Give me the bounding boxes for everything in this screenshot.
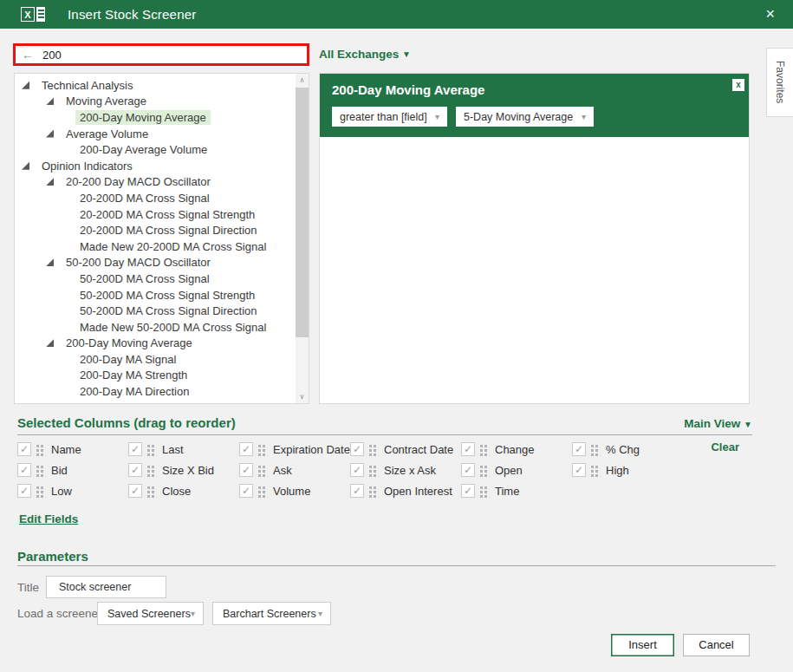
- tree-item[interactable]: 20-200 Day MACD Oscillator: [15, 174, 309, 191]
- tree-item-label: 50-200D MA Cross Signal Direction: [75, 303, 261, 318]
- tree-item-label: 200-Day Moving Average: [62, 336, 197, 350]
- scroll-up-icon[interactable]: ∧: [296, 74, 309, 87]
- tree-item[interactable]: 200-Day MA Signal: [15, 351, 309, 368]
- view-selector-dropdown[interactable]: Main View ▼: [684, 417, 752, 430]
- drag-handle-icon[interactable]: [591, 465, 599, 476]
- tree-expand-icon[interactable]: [22, 82, 29, 89]
- close-icon[interactable]: ×: [765, 4, 775, 23]
- tree-expand-icon[interactable]: [46, 130, 54, 138]
- drag-handle-icon[interactable]: [36, 444, 44, 455]
- tree-item[interactable]: Moving Average: [15, 94, 309, 110]
- drag-handle-icon[interactable]: [369, 486, 377, 497]
- tree-item[interactable]: 200-Day Moving Average: [15, 109, 309, 126]
- tree-item[interactable]: 20-200D MA Cross Signal Direction: [15, 222, 309, 238]
- tree-item[interactable]: 50-200D MA Cross Signal: [15, 271, 309, 287]
- scrollbar-thumb[interactable]: [296, 88, 309, 337]
- column-item: ✓Close: [128, 484, 239, 498]
- barchart-screeners-dropdown[interactable]: Barchart Screeners ▾: [212, 602, 331, 625]
- tree-item[interactable]: 50-200D MA Cross Signal Strength: [15, 287, 309, 303]
- view-selector-label: Main View: [684, 417, 740, 430]
- edit-fields-link[interactable]: Edit Fields: [19, 512, 78, 525]
- search-input[interactable]: [34, 46, 307, 63]
- drag-handle-icon[interactable]: [591, 444, 599, 455]
- column-checkbox[interactable]: ✓: [461, 463, 475, 477]
- tree-item[interactable]: 20-200D MA Cross Signal Strength: [15, 206, 309, 223]
- exchanges-dropdown[interactable]: All Exchanges ▼: [319, 48, 411, 61]
- tree-item[interactable]: Technical Analysis: [15, 77, 309, 94]
- saved-screeners-dropdown[interactable]: Saved Screeners ▾: [97, 602, 204, 625]
- column-checkbox[interactable]: ✓: [350, 484, 364, 498]
- column-checkbox[interactable]: ✓: [461, 442, 475, 456]
- filter-title: 200-Day Moving Average: [332, 82, 737, 97]
- cancel-button[interactable]: Cancel: [683, 634, 750, 656]
- column-item: ✓Open: [461, 463, 572, 477]
- column-checkbox[interactable]: ✓: [17, 442, 31, 456]
- tree-item[interactable]: 50-200D MA Cross Signal Direction: [15, 303, 309, 319]
- column-checkbox[interactable]: ✓: [461, 484, 475, 498]
- column-checkbox[interactable]: ✓: [350, 463, 364, 477]
- tree-item[interactable]: 20-200D MA Cross Signal: [15, 190, 309, 206]
- tree-expand-icon[interactable]: [22, 162, 29, 170]
- drag-handle-icon[interactable]: [480, 465, 488, 476]
- tree-item[interactable]: 200-Day MA Direction: [15, 383, 309, 400]
- column-checkbox[interactable]: ✓: [128, 484, 142, 498]
- chevron-down-icon: ▼: [744, 420, 752, 429]
- drag-handle-icon[interactable]: [369, 444, 377, 455]
- tree-item[interactable]: Made New 20-200D MA Cross Signal: [15, 238, 309, 255]
- insert-button[interactable]: Insert: [611, 634, 674, 656]
- column-checkbox[interactable]: ✓: [572, 463, 586, 477]
- column-item: ✓Size x Ask: [350, 463, 461, 477]
- drag-handle-icon[interactable]: [36, 486, 44, 497]
- title-input[interactable]: [46, 576, 166, 598]
- tree-item[interactable]: 50-200 Day MACD Oscillator: [15, 255, 309, 271]
- drag-handle-icon[interactable]: [147, 444, 155, 455]
- chevron-down-icon: ▾: [318, 609, 322, 618]
- column-checkbox[interactable]: ✓: [572, 442, 586, 456]
- operator-dropdown[interactable]: greater than [field] ▾: [332, 107, 447, 127]
- drag-handle-icon[interactable]: [480, 444, 488, 455]
- drag-handle-icon[interactable]: [369, 465, 377, 476]
- column-item: ✓Contract Date: [350, 442, 461, 456]
- tab-favorites[interactable]: Favorites: [766, 48, 793, 117]
- back-arrow-icon[interactable]: ←: [22, 48, 34, 62]
- drag-handle-icon[interactable]: [147, 465, 155, 476]
- drag-handle-icon[interactable]: [258, 444, 266, 455]
- drag-handle-icon[interactable]: [258, 486, 266, 497]
- drag-handle-icon[interactable]: [480, 486, 488, 497]
- chevron-down-icon: ▾: [191, 609, 195, 618]
- tree-item[interactable]: 200-Day MA Strength: [15, 368, 309, 384]
- field-dropdown[interactable]: 5-Day Moving Average ▾: [456, 107, 594, 127]
- drag-handle-icon[interactable]: [36, 465, 44, 476]
- column-checkbox[interactable]: ✓: [350, 442, 364, 456]
- title-label: Title: [17, 581, 39, 594]
- tree-item-label: 200-Day Moving Average: [75, 110, 211, 125]
- tree-item[interactable]: 200-Day Moving Average: [15, 336, 309, 352]
- column-label: Change: [495, 443, 535, 456]
- clear-button[interactable]: Clear: [711, 440, 739, 453]
- column-checkbox[interactable]: ✓: [17, 484, 31, 498]
- tree-item[interactable]: Made New 50-200D MA Cross Signal: [15, 319, 309, 336]
- scroll-down-icon[interactable]: ∨: [296, 390, 309, 403]
- drag-handle-icon[interactable]: [258, 465, 266, 476]
- tree-item-label: 200-Day MA Direction: [75, 384, 193, 399]
- tree-item[interactable]: Opinion Indicators: [15, 158, 309, 174]
- column-label: Contract Date: [384, 443, 453, 456]
- tree-item[interactable]: 200-Day Average Volume: [15, 141, 309, 158]
- tree-expand-icon[interactable]: [46, 258, 54, 266]
- column-checkbox[interactable]: ✓: [239, 484, 253, 498]
- tree-expand-icon[interactable]: [46, 97, 54, 105]
- column-checkbox[interactable]: ✓: [128, 442, 142, 456]
- tree-scrollbar[interactable]: ∧ ∨: [296, 74, 309, 403]
- column-checkbox[interactable]: ✓: [239, 463, 253, 477]
- tree-item[interactable]: Average Volume: [15, 126, 309, 142]
- column-checkbox[interactable]: ✓: [17, 463, 31, 477]
- tree-expand-icon[interactable]: [46, 178, 54, 186]
- column-checkbox[interactable]: ✓: [239, 442, 253, 456]
- column-item: ✓Size X Bid: [128, 463, 239, 477]
- column-checkbox[interactable]: ✓: [128, 463, 142, 477]
- drag-handle-icon[interactable]: [147, 486, 155, 497]
- tree-expand-icon[interactable]: [46, 339, 54, 347]
- column-label: Last: [162, 443, 184, 456]
- tree-item[interactable]: Made New 200 Day MA Signal: [15, 400, 309, 404]
- filter-close-icon[interactable]: x: [732, 79, 744, 91]
